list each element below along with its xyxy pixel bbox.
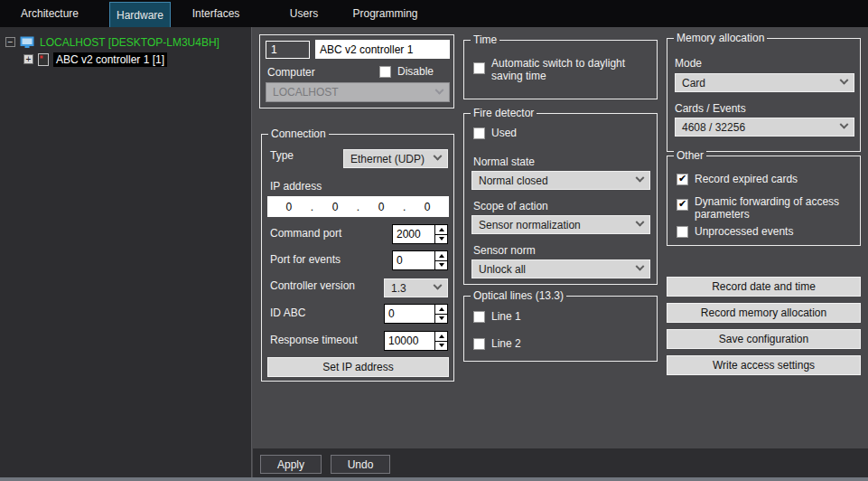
line2-checkbox[interactable]: [473, 338, 485, 350]
chevron-down-icon: [434, 152, 443, 161]
response-timeout-stepper[interactable]: 10000: [384, 331, 448, 351]
normal-state-label: Normal state: [473, 156, 535, 168]
port-for-events-stepper[interactable]: 0: [392, 250, 448, 270]
line2-checkbox-row: Line 2: [473, 337, 521, 350]
footer-bar: Apply Undo: [253, 448, 868, 477]
optical-lines-group-title: Optical lines (13.3): [471, 289, 566, 302]
normal-state-select[interactable]: Normal closed: [471, 171, 650, 190]
identity-group: 1 ABC v2 controller 1 Computer Disable L…: [259, 34, 454, 108]
ip-octet-1[interactable]: 0: [267, 201, 311, 213]
tab-programming[interactable]: Programming: [347, 0, 424, 27]
command-port-stepper[interactable]: 2000: [392, 224, 448, 244]
tab-interfaces[interactable]: Interfaces: [171, 0, 261, 27]
mode-value: Card: [682, 77, 705, 90]
port-for-events-label: Port for events: [270, 253, 341, 266]
connection-group: Connection Type Ethernet (UDP) IP addres…: [261, 134, 454, 382]
id-abc-value[interactable]: 0: [385, 305, 434, 323]
disable-checkbox[interactable]: [379, 66, 391, 78]
connection-type-select[interactable]: Ethernet (UDP): [343, 149, 448, 168]
mode-select[interactable]: Card: [675, 73, 854, 92]
controller-number-field[interactable]: 1: [266, 41, 310, 59]
scope-of-action-select[interactable]: Sensor normalization: [471, 215, 650, 234]
ip-octet-2[interactable]: 0: [313, 201, 357, 213]
dynamic-forwarding-label: Dynamic forwarding of access parameters: [695, 195, 853, 221]
command-port-label: Command port: [270, 227, 341, 240]
save-configuration-button[interactable]: Save configuration: [667, 329, 861, 349]
record-date-time-button[interactable]: Record date and time: [667, 277, 861, 297]
tree-node-label: LOCALHOST [DESKTOP-LM3U4BH]: [40, 36, 219, 49]
command-port-value[interactable]: 2000: [393, 225, 434, 243]
sensor-norm-select[interactable]: Unlock all: [471, 259, 650, 278]
used-checkbox-row: Used: [473, 127, 517, 139]
ip-octet-3[interactable]: 0: [359, 201, 403, 213]
other-group-title: Other: [674, 149, 706, 162]
spin-up-icon[interactable]: [435, 305, 447, 315]
connection-group-title: Connection: [268, 127, 329, 140]
ip-octet-4[interactable]: 0: [406, 201, 449, 213]
write-access-settings-button[interactable]: Write access settings: [667, 355, 861, 375]
line1-checkbox[interactable]: [473, 311, 485, 323]
ip-address-field[interactable]: 0 . 0 . 0 . 0: [267, 196, 449, 217]
undo-button[interactable]: Undo: [331, 455, 390, 474]
used-checkbox[interactable]: [473, 127, 485, 139]
expand-icon[interactable]: +: [23, 54, 33, 64]
tab-architecture[interactable]: Architecture: [0, 0, 99, 27]
dynamic-forwarding-row: Dynamic forwarding of access parameters: [677, 195, 853, 221]
controller-version-value: 1.3: [391, 282, 406, 295]
spin-down-icon[interactable]: [435, 342, 447, 351]
spin-down-icon[interactable]: [435, 235, 447, 244]
controller-icon: [38, 53, 49, 66]
set-ip-address-button[interactable]: Set IP address: [267, 357, 449, 377]
tree-node-controller[interactable]: + ABC v2 controller 1 [1]: [23, 52, 167, 67]
collapse-icon[interactable]: −: [5, 37, 15, 47]
disable-label: Disable: [397, 65, 434, 78]
sensor-norm-value: Unlock all: [479, 263, 526, 276]
chevron-down-icon: [840, 120, 849, 129]
computer-select-value: LOCALHOST: [273, 86, 339, 99]
spin-down-icon[interactable]: [435, 261, 447, 270]
dst-label: Automatic switch to daylight saving time: [491, 57, 645, 82]
other-group: Other Record expired cards Dynamic forwa…: [667, 156, 861, 246]
id-abc-stepper[interactable]: 0: [384, 304, 448, 324]
spin-up-icon[interactable]: [435, 225, 447, 235]
memory-allocation-group: Memory allocation Mode Card Cards / Even…: [667, 38, 861, 152]
computer-label: Computer: [267, 66, 315, 79]
unprocessed-events-row: Unprocessed events: [677, 225, 793, 238]
spin-down-icon[interactable]: [435, 315, 447, 324]
line1-checkbox-row: Line 1: [473, 310, 521, 323]
tree-node-label-selected: ABC v2 controller 1 [1]: [53, 52, 167, 67]
record-memory-allocation-button[interactable]: Record memory allocation: [667, 303, 861, 323]
type-label: Type: [270, 149, 294, 162]
chevron-down-icon: [840, 76, 849, 85]
cards-events-select[interactable]: 4608 / 32256: [675, 118, 854, 137]
chevron-down-icon: [434, 281, 443, 290]
record-expired-cards-row: Record expired cards: [677, 173, 798, 185]
tab-hardware[interactable]: Hardware: [109, 2, 171, 27]
memory-allocation-group-title: Memory allocation: [674, 32, 767, 44]
spin-up-icon[interactable]: [435, 251, 447, 261]
record-expired-cards-checkbox[interactable]: [677, 174, 688, 185]
chevron-down-icon: [435, 85, 444, 94]
disable-checkbox-row: Disable: [379, 65, 434, 78]
dst-checkbox-row: Automatic switch to daylight saving time: [473, 57, 645, 82]
port-for-events-value[interactable]: 0: [393, 251, 434, 269]
spin-up-icon[interactable]: [435, 332, 447, 342]
dynamic-forwarding-checkbox[interactable]: [677, 199, 688, 211]
apply-button[interactable]: Apply: [260, 455, 322, 474]
computer-select[interactable]: LOCALHOST: [266, 82, 450, 102]
controller-name-field[interactable]: ABC v2 controller 1: [315, 40, 450, 59]
chevron-down-icon: [636, 218, 645, 227]
dst-checkbox[interactable]: [473, 62, 485, 74]
cards-events-label: Cards / Events: [675, 102, 746, 115]
normal-state-value: Normal closed: [479, 174, 548, 187]
controller-version-select[interactable]: 1.3: [384, 278, 448, 297]
response-timeout-label: Response timeout: [270, 334, 358, 346]
response-timeout-value[interactable]: 10000: [385, 332, 434, 350]
tree-node-localhost[interactable]: − LOCALHOST [DESKTOP-LM3U4BH]: [5, 34, 219, 50]
ip-address-label: IP address: [270, 180, 322, 193]
tab-users[interactable]: Users: [261, 0, 347, 27]
status-strip: [0, 477, 868, 481]
unprocessed-events-checkbox[interactable]: [677, 226, 688, 238]
controller-version-label: Controller version: [270, 279, 355, 292]
line2-label: Line 2: [491, 337, 521, 350]
